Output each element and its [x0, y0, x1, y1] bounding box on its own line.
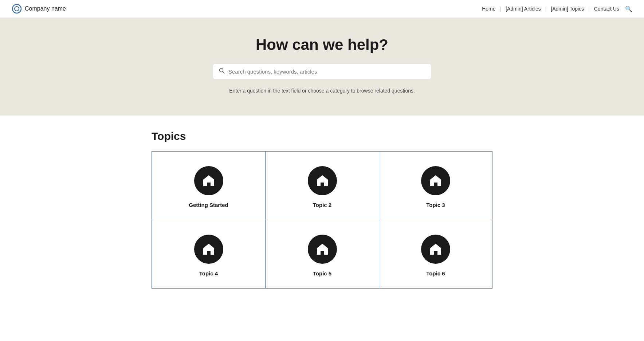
svg-point-1	[15, 7, 19, 11]
nav-divider-2: |	[545, 6, 547, 12]
topic-label-getting-started: Getting Started	[189, 202, 228, 208]
search-icon[interactable]: 🔍	[625, 5, 632, 12]
nav-contact-us[interactable]: Contact Us	[592, 4, 621, 13]
topic-icon-5	[308, 235, 337, 264]
home-icon-5	[315, 242, 330, 257]
topic-card-topic-2[interactable]: Topic 2	[265, 151, 379, 220]
nav-divider-3: |	[588, 6, 590, 12]
topic-label-4: Topic 4	[199, 270, 218, 277]
hero-subtext: Enter a question in the text field or ch…	[7, 88, 637, 94]
svg-rect-4	[207, 183, 210, 186]
topics-section: Topics Getting Started Topic 2	[140, 115, 504, 310]
svg-line-3	[223, 72, 225, 74]
topic-card-topic-4[interactable]: Topic 4	[152, 220, 266, 289]
topic-label-3: Topic 3	[426, 202, 445, 208]
topics-grid: Getting Started Topic 2 Topic 3	[152, 151, 492, 289]
brand-name: Company name	[25, 5, 66, 12]
nav-links: Home | [Admin] Articles | [Admin] Topics…	[480, 4, 632, 13]
topic-icon-6	[421, 235, 450, 264]
search-input[interactable]	[228, 68, 425, 75]
hero-section: How can we help? Enter a question in the…	[0, 18, 644, 115]
topic-label-2: Topic 2	[313, 202, 331, 208]
topic-card-topic-6[interactable]: Topic 6	[379, 220, 492, 289]
topics-section-title: Topics	[152, 130, 492, 142]
search-icon-hero	[219, 68, 225, 75]
svg-point-0	[12, 4, 21, 13]
topic-icon-getting-started	[194, 166, 223, 195]
topic-icon-3	[421, 166, 450, 195]
nav-divider-1: |	[500, 6, 502, 12]
search-bar	[213, 64, 431, 79]
home-icon-2	[315, 173, 330, 188]
topic-icon-2	[308, 166, 337, 195]
topic-label-5: Topic 5	[313, 270, 331, 277]
navbar: Company name Home | [Admin] Articles | […	[0, 0, 644, 18]
nav-admin-topics[interactable]: [Admin] Topics	[549, 4, 586, 13]
home-icon-4	[201, 242, 216, 257]
nav-home[interactable]: Home	[480, 4, 498, 13]
topic-icon-4	[194, 235, 223, 264]
topic-card-topic-5[interactable]: Topic 5	[265, 220, 379, 289]
brand-logo[interactable]: Company name	[12, 4, 66, 14]
home-icon-3	[428, 173, 443, 188]
topic-card-getting-started[interactable]: Getting Started	[152, 151, 266, 220]
topic-label-6: Topic 6	[426, 270, 445, 277]
home-icon	[201, 173, 216, 188]
home-icon-6	[428, 242, 443, 257]
hero-title: How can we help?	[7, 36, 637, 54]
topic-card-topic-3[interactable]: Topic 3	[379, 151, 492, 220]
nav-admin-articles[interactable]: [Admin] Articles	[503, 4, 543, 13]
brand-icon	[12, 4, 22, 14]
